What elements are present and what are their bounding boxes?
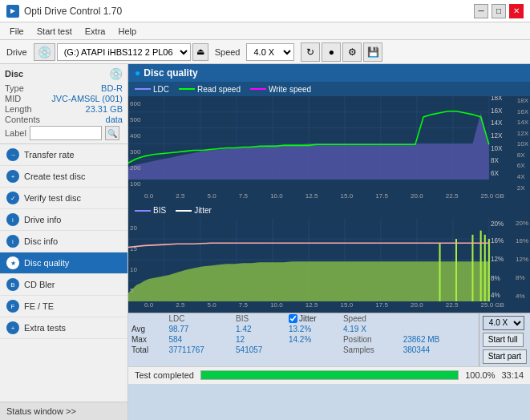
read-speed-legend: Read speed (179, 85, 241, 94)
bot-x-9: 22.5 (446, 301, 459, 313)
bot-x-6: 15.0 (341, 301, 354, 313)
max-label: Max (128, 334, 165, 345)
bottom-x-labels: 0.0 2.5 5.0 7.5 10.0 12.5 15.0 17.5 20.0… (128, 301, 530, 313)
sidebar: Disc 💿 Type BD-R MID JVC-AMS6L (001) Len… (0, 64, 128, 420)
top-x-9: 22.5 (446, 192, 459, 204)
bottom-chart-svg: 20% 16% 12% 8% 4% (128, 218, 530, 301)
total-ldc: 37711767 (165, 345, 233, 355)
disc-type-row: Type BD-R (5, 83, 123, 93)
disc-quality-icon: ★ (6, 256, 19, 269)
settings-icon[interactable]: ⚙ (342, 42, 362, 62)
start-part-button[interactable]: Start part (483, 349, 527, 364)
bot-x-3: 7.5 (239, 301, 248, 313)
type-label: Type (5, 83, 24, 93)
length-value: 23.31 GB (86, 104, 123, 114)
sidebar-item-extra-tests[interactable]: + Extra tests (0, 317, 127, 339)
top-x-3: 7.5 (239, 192, 248, 204)
jitter-legend: Jitter (176, 206, 212, 215)
disc-contents-row: Contents data (5, 115, 123, 124)
bottom-chart-legend: BIS Jitter (128, 204, 530, 218)
extra-tests-label: Extra tests (24, 323, 66, 333)
top-chart-legend: LDC Read speed Write speed (128, 82, 530, 96)
chart-title-icon: ● (135, 67, 140, 79)
svg-text:16X: 16X (491, 107, 503, 115)
jitter-checkbox[interactable] (289, 314, 297, 323)
top-chart-svg: 18X 16X 14X 12X 10X 8X 6X 600 500 400 30… (128, 96, 530, 192)
top-x-10: 25.0 GB (481, 192, 504, 204)
app-title: Opti Drive Control 1.70 (24, 6, 122, 17)
label-search-button[interactable]: 🔍 (105, 126, 119, 140)
refresh-icon[interactable]: ↻ (301, 42, 320, 62)
disc-icon[interactable]: ● (322, 42, 341, 62)
cd-bler-label: CD Bler (24, 280, 55, 289)
svg-text:16%: 16% (491, 237, 504, 244)
sidebar-item-create-test-disc[interactable]: + Create test disc (0, 166, 127, 188)
sidebar-item-transfer-rate[interactable]: → Transfer rate (0, 144, 127, 166)
eject-button[interactable]: ⏏ (192, 43, 208, 61)
avg-ldc: 98.77 (165, 324, 233, 334)
sidebar-item-disc-info[interactable]: i Disc info (0, 231, 127, 252)
top-right-y-labels: 18X 16X 14X 12X 10X 8X 6X 4X 2X (517, 96, 528, 192)
write-speed-legend-label: Write speed (269, 85, 311, 94)
fe-te-icon: F (6, 300, 19, 313)
maximize-button[interactable]: □ (492, 4, 506, 18)
disc-icon: 💿 (109, 67, 123, 80)
start-full-button[interactable]: Start full (483, 333, 524, 347)
position-label: Position (340, 334, 400, 345)
minimize-button[interactable]: ─ (474, 4, 488, 18)
speed-dropdown[interactable]: 4.0 X (483, 316, 524, 330)
ldc-legend-label: LDC (153, 85, 169, 94)
jitter-legend-label: Jitter (194, 206, 212, 215)
bot-x-0: 0.0 (144, 301, 153, 313)
top-x-5: 12.5 (305, 192, 318, 204)
label-input[interactable] (30, 126, 102, 140)
drive-label: Drive (3, 47, 30, 57)
disc-quality-label: Disc quality (24, 258, 69, 268)
fe-te-label: FE / TE (24, 301, 54, 311)
read-speed-legend-label: Read speed (197, 85, 241, 94)
svg-text:18X: 18X (491, 96, 503, 102)
samples-value: 380344 (400, 345, 468, 355)
drive-select[interactable]: (G:) ATAPI iHBS112 2 PL06 (57, 43, 191, 61)
create-test-disc-icon: + (6, 170, 19, 183)
top-x-1: 2.5 (176, 192, 184, 204)
top-x-6: 15.0 (341, 192, 354, 204)
bottom-chart-area: 20% 16% 12% 8% 4% 20 15 10 5 20% 16% 12%… (128, 218, 530, 301)
bottom-y-labels: 20 15 10 5 (130, 218, 137, 301)
disc-header: Disc 💿 (5, 67, 123, 80)
avg-label: Avg (128, 324, 165, 334)
save-icon[interactable]: 💾 (363, 42, 382, 62)
svg-text:4%: 4% (491, 292, 500, 299)
menu-help[interactable]: Help (111, 25, 143, 38)
bis-legend-label: BIS (153, 206, 166, 215)
menu-file[interactable]: File (3, 25, 30, 38)
top-y-labels: 600 500 400 300 200 100 (130, 96, 140, 192)
sidebar-item-disc-quality[interactable]: ★ Disc quality (0, 252, 127, 274)
sidebar-item-cd-bler[interactable]: B CD Bler (0, 274, 127, 296)
menu-start-test[interactable]: Start test (30, 25, 79, 38)
sidebar-item-verify-test-disc[interactable]: ✓ Verify test disc (0, 188, 127, 209)
label-label: Label (5, 128, 26, 138)
app-icon: ▶ (6, 5, 19, 18)
max-row: Max 584 12 14.2% Position 23862 MB (128, 334, 479, 345)
progress-bar-fill (201, 371, 458, 379)
empty-header (128, 313, 165, 324)
ldc-header: LDC (165, 313, 233, 324)
svg-text:10X: 10X (491, 145, 503, 152)
close-button[interactable]: ✕ (509, 4, 524, 18)
sidebar-item-drive-info[interactable]: i Drive info (0, 209, 127, 231)
bis-legend-line (135, 210, 151, 212)
status-window-button[interactable]: Status window >> (0, 402, 127, 420)
drive-info-icon: i (6, 213, 19, 226)
top-x-8: 20.0 (411, 192, 423, 204)
disc-info-icon: i (6, 235, 19, 248)
top-x-0: 0.0 (144, 192, 153, 204)
sidebar-item-fe-te[interactable]: F FE / TE (0, 296, 127, 317)
menu-extra[interactable]: Extra (79, 25, 112, 38)
extra-tests-icon: + (6, 321, 19, 334)
svg-text:12%: 12% (491, 256, 504, 263)
speed-select[interactable]: 4.0 X (246, 43, 294, 61)
jitter-legend-line (176, 210, 192, 212)
stats-controls: 4.0 X Start full Start part (479, 313, 530, 366)
speed-label: Speed (212, 47, 244, 57)
